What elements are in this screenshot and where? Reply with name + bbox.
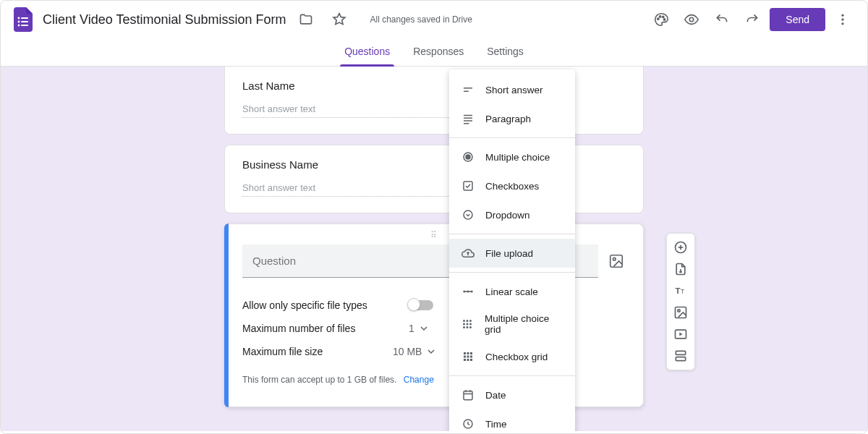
svg-rect-5 [21,25,28,26]
active-indicator [224,224,229,407]
menu-separator [449,272,575,273]
menu-separator [449,137,575,138]
svg-point-7 [660,16,661,17]
add-title-button[interactable]: TT [670,280,692,302]
question-type-dropdown: Short answer Paragraph Multiple choice C… [449,69,575,431]
change-storage-link[interactable]: Change [404,375,434,385]
tab-settings[interactable]: Settings [485,38,525,66]
svg-rect-43 [467,356,469,358]
svg-rect-46 [467,359,469,361]
checkbox-icon [461,179,475,193]
add-image-to-question-icon[interactable] [608,253,626,271]
redo-icon[interactable] [739,7,765,33]
type-option-label: Short answer [485,85,543,95]
chevron-down-icon [427,348,435,355]
star-icon[interactable] [326,7,352,33]
type-option-date[interactable]: Date [449,380,575,409]
type-option-label: Checkboxes [485,181,539,192]
floating-toolbar: TT [666,233,695,370]
radio-icon [461,150,475,164]
svg-rect-58 [676,307,686,318]
save-status: All changes saved in Drive [370,14,472,25]
form-canvas: Last Name Short answer text Business Nam… [1,67,867,431]
tab-responses[interactable]: Responses [412,38,465,66]
svg-point-32 [469,320,472,322]
time-icon [461,417,475,431]
max-files-label: Maximum number of files [242,323,409,334]
type-option-dropdown[interactable]: Dropdown [449,200,575,229]
svg-point-38 [469,326,472,328]
svg-rect-45 [464,359,466,361]
svg-rect-3 [21,21,28,22]
allow-specific-types-toggle[interactable] [409,300,433,310]
type-option-file-upload[interactable]: File upload [449,239,575,268]
svg-text:T: T [681,288,684,295]
svg-rect-14 [610,255,623,268]
svg-rect-39 [464,352,466,354]
svg-point-9 [664,19,665,20]
type-option-label: Multiple choice grid [485,313,563,335]
question-card[interactable]: Business Name Short answer text [224,145,644,213]
type-option-linear-scale[interactable]: Linear scale [449,277,575,306]
max-size-value: 10 MB [393,346,422,357]
type-option-time[interactable]: Time [449,409,575,431]
svg-point-13 [841,22,843,25]
grid-check-icon [461,349,475,364]
linear-scale-icon [461,284,475,299]
grid-radio-icon [461,317,475,331]
svg-rect-44 [470,356,472,358]
svg-point-37 [467,326,469,328]
type-option-label: Checkbox grid [485,352,548,362]
svg-point-11 [841,14,843,17]
type-option-multiple-choice[interactable]: Multiple choice [449,142,575,171]
app-window: Client Video Testimonial Submission Form… [0,0,868,434]
svg-point-36 [463,326,465,328]
svg-point-23 [466,155,470,159]
svg-point-0 [18,17,20,20]
tab-questions[interactable]: Questions [343,38,391,66]
add-image-button[interactable] [670,302,692,323]
svg-point-15 [613,258,616,260]
add-section-button[interactable] [670,345,692,367]
type-option-paragraph[interactable]: Paragraph [449,104,575,133]
svg-text:T: T [676,286,681,295]
add-question-button[interactable] [670,237,692,258]
svg-point-25 [464,210,472,219]
svg-point-8 [663,16,664,17]
svg-point-10 [690,17,694,22]
type-option-short-answer[interactable]: Short answer [449,75,575,104]
svg-point-34 [467,323,469,326]
question-card[interactable]: Last Name Short answer text [224,67,644,135]
send-button[interactable]: Send [770,8,825,31]
short-answer-placeholder: Short answer text [242,103,454,118]
form-title[interactable]: Client Video Testimonial Submission Form [43,12,286,27]
app-header: Client Video Testimonial Submission Form… [1,1,867,38]
svg-rect-48 [464,391,472,400]
import-questions-button[interactable] [670,258,692,280]
svg-point-2 [18,21,20,23]
move-to-folder-icon[interactable] [293,7,319,33]
svg-rect-42 [464,356,466,358]
svg-rect-29 [464,291,472,292]
undo-icon[interactable] [709,7,735,33]
type-option-checkboxes[interactable]: Checkboxes [449,171,575,200]
max-files-select[interactable]: 1 [409,323,427,334]
customize-theme-icon[interactable] [648,7,674,33]
forms-logo-icon[interactable] [12,5,34,34]
more-menu-icon[interactable] [830,7,856,33]
svg-point-31 [467,320,469,322]
max-size-select[interactable]: 10 MB [393,346,435,357]
type-option-label: Date [485,390,506,401]
add-video-button[interactable] [670,323,692,345]
type-option-label: Linear scale [485,286,538,297]
menu-separator [449,375,575,376]
type-option-mc-grid[interactable]: Multiple choice grid [449,306,575,342]
file-upload-icon [461,246,475,260]
date-icon [461,388,475,402]
type-option-label: Time [485,419,507,430]
preview-icon[interactable] [678,7,705,33]
svg-rect-47 [470,359,472,361]
question-card-active[interactable]: ⠿ Allow only specific file types [224,224,644,407]
type-option-cb-grid[interactable]: Checkbox grid [449,342,575,371]
svg-rect-62 [676,357,685,361]
